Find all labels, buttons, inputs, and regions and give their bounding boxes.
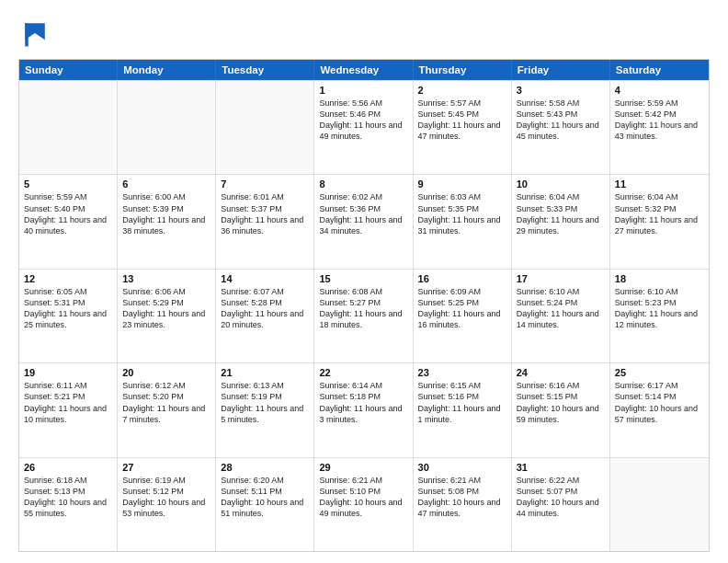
- day-cell-12: 12Sunrise: 6:05 AM Sunset: 5:31 PM Dayli…: [19, 270, 118, 362]
- day-cell-24: 24Sunrise: 6:16 AM Sunset: 5:15 PM Dayli…: [512, 363, 610, 456]
- day-info: Sunrise: 6:11 AM Sunset: 5:21 PM Dayligh…: [24, 380, 112, 425]
- day-info: Sunrise: 6:13 AM Sunset: 5:19 PM Dayligh…: [221, 380, 309, 425]
- day-info: Sunrise: 6:22 AM Sunset: 5:07 PM Dayligh…: [517, 475, 605, 520]
- day-cell-6: 6Sunrise: 6:00 AM Sunset: 5:39 PM Daylig…: [118, 175, 216, 268]
- day-info: Sunrise: 5:59 AM Sunset: 5:40 PM Dayligh…: [24, 191, 112, 236]
- day-cell-27: 27Sunrise: 6:19 AM Sunset: 5:12 PM Dayli…: [118, 458, 216, 551]
- day-info: Sunrise: 5:58 AM Sunset: 5:43 PM Dayligh…: [517, 98, 605, 143]
- day-info: Sunrise: 6:04 AM Sunset: 5:32 PM Dayligh…: [615, 191, 704, 236]
- weekday-header-sunday: Sunday: [19, 60, 118, 80]
- day-cell-19: 19Sunrise: 6:11 AM Sunset: 5:21 PM Dayli…: [19, 363, 118, 456]
- empty-cell: [216, 81, 314, 174]
- empty-cell: [610, 458, 709, 551]
- weekday-header-friday: Friday: [512, 60, 610, 80]
- day-number: 26: [24, 462, 112, 473]
- day-info: Sunrise: 6:16 AM Sunset: 5:15 PM Dayligh…: [517, 380, 605, 425]
- day-number: 4: [615, 85, 704, 96]
- day-number: 9: [418, 178, 506, 190]
- day-cell-11: 11Sunrise: 6:04 AM Sunset: 5:32 PM Dayli…: [610, 175, 709, 268]
- day-number: 5: [24, 178, 112, 190]
- header: [18, 17, 710, 50]
- day-number: 28: [221, 462, 309, 473]
- day-number: 31: [517, 462, 605, 473]
- day-cell-28: 28Sunrise: 6:20 AM Sunset: 5:11 PM Dayli…: [216, 458, 314, 551]
- day-number: 23: [418, 367, 506, 378]
- day-cell-10: 10Sunrise: 6:04 AM Sunset: 5:33 PM Dayli…: [512, 175, 610, 268]
- day-info: Sunrise: 6:21 AM Sunset: 5:10 PM Dayligh…: [319, 475, 407, 520]
- day-info: Sunrise: 5:59 AM Sunset: 5:42 PM Dayligh…: [615, 98, 704, 143]
- day-number: 25: [615, 367, 704, 378]
- day-info: Sunrise: 6:12 AM Sunset: 5:20 PM Dayligh…: [122, 380, 210, 425]
- weekday-header-wednesday: Wednesday: [314, 60, 413, 80]
- weekday-header-monday: Monday: [118, 60, 216, 80]
- day-info: Sunrise: 6:10 AM Sunset: 5:24 PM Dayligh…: [517, 286, 605, 331]
- empty-cell: [118, 81, 216, 174]
- day-number: 1: [319, 85, 407, 96]
- day-number: 11: [615, 178, 704, 190]
- day-cell-29: 29Sunrise: 6:21 AM Sunset: 5:10 PM Dayli…: [314, 458, 413, 551]
- calendar-row-0: 1Sunrise: 5:56 AM Sunset: 5:46 PM Daylig…: [19, 80, 709, 174]
- day-cell-15: 15Sunrise: 6:08 AM Sunset: 5:27 PM Dayli…: [314, 270, 413, 362]
- day-cell-13: 13Sunrise: 6:06 AM Sunset: 5:29 PM Dayli…: [118, 270, 216, 362]
- day-number: 30: [418, 462, 506, 473]
- day-info: Sunrise: 6:00 AM Sunset: 5:39 PM Dayligh…: [122, 191, 210, 236]
- day-info: Sunrise: 6:09 AM Sunset: 5:25 PM Dayligh…: [418, 286, 506, 331]
- day-info: Sunrise: 6:07 AM Sunset: 5:28 PM Dayligh…: [221, 286, 309, 331]
- day-cell-23: 23Sunrise: 6:15 AM Sunset: 5:16 PM Dayli…: [414, 363, 512, 456]
- weekday-header-tuesday: Tuesday: [216, 60, 314, 80]
- day-number: 27: [122, 462, 210, 473]
- calendar-row-1: 5Sunrise: 5:59 AM Sunset: 5:40 PM Daylig…: [19, 174, 709, 268]
- day-info: Sunrise: 6:06 AM Sunset: 5:29 PM Dayligh…: [122, 286, 210, 331]
- day-info: Sunrise: 6:05 AM Sunset: 5:31 PM Dayligh…: [24, 286, 112, 331]
- weekday-header-saturday: Saturday: [610, 60, 709, 80]
- svg-marker-1: [25, 23, 28, 46]
- day-info: Sunrise: 6:10 AM Sunset: 5:23 PM Dayligh…: [615, 286, 704, 331]
- day-number: 8: [319, 178, 407, 190]
- day-info: Sunrise: 6:03 AM Sunset: 5:35 PM Dayligh…: [418, 191, 506, 236]
- day-number: 29: [319, 462, 407, 473]
- day-number: 6: [122, 178, 210, 190]
- day-info: Sunrise: 6:02 AM Sunset: 5:36 PM Dayligh…: [319, 191, 407, 236]
- day-number: 10: [517, 178, 605, 190]
- day-cell-20: 20Sunrise: 6:12 AM Sunset: 5:20 PM Dayli…: [118, 363, 216, 456]
- day-info: Sunrise: 6:14 AM Sunset: 5:18 PM Dayligh…: [319, 380, 407, 425]
- day-cell-2: 2Sunrise: 5:57 AM Sunset: 5:45 PM Daylig…: [414, 81, 512, 174]
- calendar-body: 1Sunrise: 5:56 AM Sunset: 5:46 PM Daylig…: [19, 80, 709, 551]
- day-number: 3: [517, 85, 605, 96]
- day-cell-18: 18Sunrise: 6:10 AM Sunset: 5:23 PM Dayli…: [610, 270, 709, 362]
- day-cell-30: 30Sunrise: 6:21 AM Sunset: 5:08 PM Dayli…: [414, 458, 512, 551]
- day-number: 21: [221, 367, 309, 378]
- day-cell-26: 26Sunrise: 6:18 AM Sunset: 5:13 PM Dayli…: [19, 458, 118, 551]
- day-number: 24: [517, 367, 605, 378]
- day-number: 7: [221, 178, 309, 190]
- logo: [18, 17, 57, 50]
- day-cell-31: 31Sunrise: 6:22 AM Sunset: 5:07 PM Dayli…: [512, 458, 610, 551]
- day-cell-21: 21Sunrise: 6:13 AM Sunset: 5:19 PM Dayli…: [216, 363, 314, 456]
- day-number: 13: [122, 273, 210, 284]
- day-cell-14: 14Sunrise: 6:07 AM Sunset: 5:28 PM Dayli…: [216, 270, 314, 362]
- day-info: Sunrise: 6:01 AM Sunset: 5:37 PM Dayligh…: [221, 191, 309, 236]
- calendar-header: SundayMondayTuesdayWednesdayThursdayFrid…: [19, 60, 709, 80]
- day-number: 15: [319, 273, 407, 284]
- day-info: Sunrise: 6:20 AM Sunset: 5:11 PM Dayligh…: [221, 475, 309, 520]
- day-number: 18: [615, 273, 704, 284]
- day-number: 16: [418, 273, 506, 284]
- day-cell-4: 4Sunrise: 5:59 AM Sunset: 5:42 PM Daylig…: [610, 81, 709, 174]
- day-number: 20: [122, 367, 210, 378]
- day-number: 19: [24, 367, 112, 378]
- day-number: 17: [517, 273, 605, 284]
- calendar: SundayMondayTuesdayWednesdayThursdayFrid…: [18, 59, 710, 552]
- day-number: 22: [319, 367, 407, 378]
- day-cell-7: 7Sunrise: 6:01 AM Sunset: 5:37 PM Daylig…: [216, 175, 314, 268]
- empty-cell: [19, 81, 118, 174]
- day-info: Sunrise: 6:04 AM Sunset: 5:33 PM Dayligh…: [517, 191, 605, 236]
- day-cell-16: 16Sunrise: 6:09 AM Sunset: 5:25 PM Dayli…: [414, 270, 512, 362]
- day-info: Sunrise: 6:19 AM Sunset: 5:12 PM Dayligh…: [122, 475, 210, 520]
- calendar-row-3: 19Sunrise: 6:11 AM Sunset: 5:21 PM Dayli…: [19, 362, 709, 456]
- weekday-header-thursday: Thursday: [414, 60, 512, 80]
- day-cell-25: 25Sunrise: 6:17 AM Sunset: 5:14 PM Dayli…: [610, 363, 709, 456]
- day-info: Sunrise: 6:08 AM Sunset: 5:27 PM Dayligh…: [319, 286, 407, 331]
- day-info: Sunrise: 5:56 AM Sunset: 5:46 PM Dayligh…: [319, 98, 407, 143]
- day-info: Sunrise: 6:15 AM Sunset: 5:16 PM Dayligh…: [418, 380, 506, 425]
- day-number: 12: [24, 273, 112, 284]
